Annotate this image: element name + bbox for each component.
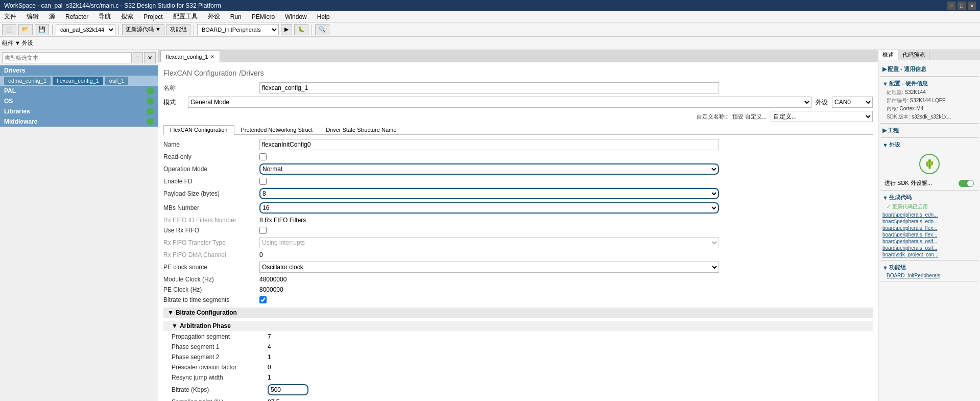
config-title: FlexCAN Configuration /Drivers: [163, 67, 873, 78]
sdk-btn-label: 进行 SDK 外设驱...: [885, 179, 932, 187]
field-rxfifotransfer-select[interactable]: Using interrupts: [259, 237, 719, 248]
right-hardware-label: 配置 - 硬件信息: [889, 80, 928, 87]
name-input[interactable]: [259, 82, 719, 93]
preset-select[interactable]: 自定义...: [771, 111, 873, 122]
save-button[interactable]: 💾: [35, 24, 49, 35]
right-funcgroup-item[interactable]: BOARD_InitPeripherals: [882, 272, 976, 279]
field-bitratetime-checkbox[interactable]: [259, 296, 267, 303]
comp-flexcan[interactable]: flexcan_config_1: [53, 77, 103, 85]
menu-refactor[interactable]: Refactor: [63, 12, 90, 21]
file-link-4[interactable]: board\peripherals_osif...: [882, 238, 976, 245]
comp-osif[interactable]: osif_1: [105, 77, 128, 85]
menu-navigate[interactable]: 导航: [97, 11, 113, 22]
field-sampling-row: Sampling point (%) 87.5: [172, 398, 873, 401]
inner-tab-flexcan[interactable]: FlexCAN Configuration: [163, 125, 234, 135]
mode-label: 模式: [163, 98, 184, 107]
field-rxfifodma-row: Rx FIFO DMA Channel 0: [163, 251, 873, 258]
field-phase2-label: Phase segment 2: [172, 353, 264, 361]
field-payload-row: Payload Size (bytes) 8 16 32 64: [163, 188, 873, 199]
inner-tab-driver-state[interactable]: Driver State Structure Name: [319, 125, 403, 134]
file-link-1[interactable]: board\peripherals_edn...: [882, 218, 976, 225]
ext-select[interactable]: CAN0: [832, 97, 873, 108]
section-pal[interactable]: PAL: [0, 86, 158, 96]
file-link-2[interactable]: board\peripherals_flex...: [882, 225, 976, 231]
right-tab-overview[interactable]: 概述: [878, 50, 898, 60]
close-button[interactable]: ✕: [968, 2, 976, 10]
menu-pemicro[interactable]: PEMicro: [250, 12, 277, 21]
file-link-0[interactable]: board\peripherals_edn...: [882, 211, 976, 218]
update-code-btn[interactable]: 更新源代码 ▼: [122, 24, 164, 35]
search-input[interactable]: [2, 52, 132, 63]
funcgroup-btn[interactable]: 功能组: [166, 24, 190, 35]
field-propagation-value: 7: [268, 333, 873, 340]
bitrate-config-section[interactable]: ▼ Bitrate Configuration: [163, 308, 873, 318]
field-moduleclock-label: Module Clock (Hz): [163, 276, 255, 283]
mode-select[interactable]: General Mode: [188, 97, 811, 108]
toolbar: ⬜ 📂 💾 can_pal_s32k144 更新源代码 ▼ 功能组 BOARD_…: [0, 22, 980, 37]
config-title-sub: /Drivers: [239, 69, 264, 77]
drivers-items: edma_config_1 flexcan_config_1 osif_1: [0, 76, 158, 86]
right-core-value: Cortex-M4: [900, 106, 924, 111]
field-phase2-value: 1: [268, 353, 873, 361]
menu-help[interactable]: Help: [315, 12, 332, 21]
menu-source[interactable]: 源: [47, 11, 57, 22]
field-readonly-checkbox[interactable]: [259, 153, 267, 160]
title-bar-text: WorkSpace - can_pal_s32k144/src/main.c -…: [4, 2, 947, 9]
file-link-6[interactable]: board\sdk_project_con...: [882, 251, 976, 258]
right-tab-code-preview[interactable]: 代码预览: [898, 50, 929, 60]
right-hardware-title[interactable]: ▼ 配置 - 硬件信息: [882, 79, 976, 88]
right-peripheral-title[interactable]: ▼ 外设: [882, 140, 976, 150]
run-button[interactable]: ▶: [281, 24, 292, 35]
field-enablefd-checkbox[interactable]: [259, 178, 267, 185]
sdk-toggle[interactable]: [959, 180, 974, 187]
field-opmode-select[interactable]: Normal Listen Only Loopback: [259, 163, 719, 175]
menu-search[interactable]: 搜索: [119, 11, 135, 22]
menu-window[interactable]: Window: [283, 12, 309, 21]
comp-edma[interactable]: edma_config_1: [4, 77, 51, 85]
open-button[interactable]: 📂: [18, 24, 33, 35]
right-funcgroup-title[interactable]: ▼ 功能组: [882, 263, 976, 272]
minimize-button[interactable]: ─: [947, 2, 955, 10]
tab-flexcan[interactable]: flexcan_config_1 ✕: [160, 51, 220, 62]
project-dropdown[interactable]: can_pal_s32k144: [56, 24, 115, 35]
menu-run[interactable]: Run: [228, 12, 244, 21]
field-rxfifotransfer-row: Rx FIFO Transfer Type Using interrupts: [163, 237, 873, 248]
right-engineering-title[interactable]: ▶ 工程: [882, 126, 976, 135]
menu-project[interactable]: Project: [141, 12, 164, 21]
field-payload-select[interactable]: 8 16 32 64: [259, 188, 719, 199]
section-drivers[interactable]: Drivers: [0, 65, 158, 76]
field-name-label: Name: [163, 141, 255, 148]
arbitration-section[interactable]: ▼ Arbitration Phase: [163, 321, 873, 331]
debug-button[interactable]: 🐛: [294, 24, 308, 35]
field-sampling-label: Sampling point (%): [172, 398, 264, 401]
file-link-3[interactable]: board\peripherals_flex...: [882, 231, 976, 238]
search-toolbar-btn[interactable]: 🔍: [315, 24, 329, 35]
field-bitratetime-label: Bitrate to time segments: [163, 296, 255, 303]
field-peclock-select[interactable]: Oscillator clock: [259, 262, 719, 273]
section-middleware[interactable]: Middleware: [0, 116, 158, 127]
menu-file[interactable]: 文件: [2, 11, 18, 22]
menu-config-tools[interactable]: 配置工具: [171, 11, 200, 22]
section-os[interactable]: OS: [0, 96, 158, 106]
field-userxfifo-checkbox[interactable]: [259, 227, 267, 234]
menu-peripheral[interactable]: 外设: [206, 11, 222, 22]
new-button[interactable]: ⬜: [2, 24, 16, 35]
right-funcgroup-triangle: ▼: [882, 265, 888, 271]
menu-edit[interactable]: 编辑: [25, 11, 41, 22]
right-sdk-value: s32sdk_s32k1x...: [912, 114, 951, 120]
field-mbs-select[interactable]: 16 32 64: [259, 202, 719, 214]
field-name-input[interactable]: [259, 139, 719, 150]
inner-tab-pretended[interactable]: Pretended Networking Struct: [234, 125, 320, 134]
right-config-title[interactable]: ▶ 配置 - 通用信息: [882, 64, 976, 74]
tab-close-icon[interactable]: ✕: [210, 54, 214, 59]
section-libraries[interactable]: Libraries: [0, 106, 158, 116]
field-phase1-value: 4: [268, 343, 873, 350]
search-clear-btn[interactable]: ✕: [144, 52, 156, 63]
field-bitrate-input[interactable]: [268, 384, 308, 395]
inner-tabs: FlexCAN Configuration Pretended Networki…: [163, 125, 873, 135]
run-config-dropdown[interactable]: BOARD_InitPeripherals: [197, 24, 279, 35]
file-link-5[interactable]: board\peripherals_osif...: [882, 245, 976, 251]
search-submit-btn[interactable]: ≡: [133, 52, 143, 63]
maximize-button[interactable]: □: [958, 2, 966, 10]
right-generate-title[interactable]: ▼ 生成代码: [882, 193, 976, 202]
